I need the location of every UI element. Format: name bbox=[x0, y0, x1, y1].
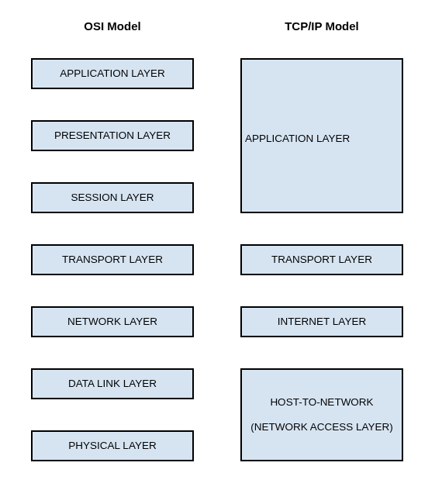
osi-datalink-layer: DATA LINK LAYER bbox=[31, 368, 194, 399]
tcpip-host-line1: HOST-TO-NETWORK bbox=[270, 395, 373, 409]
tcpip-header: TCP/IP Model bbox=[240, 19, 403, 33]
tcpip-host-line2: (NETWORK ACCESS LAYER) bbox=[250, 420, 393, 434]
osi-presentation-layer: PRESENTATION LAYER bbox=[31, 120, 194, 151]
tcpip-application-layer: APPLICATION LAYER bbox=[240, 58, 403, 213]
osi-transport-layer: TRANSPORT LAYER bbox=[31, 244, 194, 275]
osi-session-layer: SESSION LAYER bbox=[31, 182, 194, 213]
osi-application-layer: APPLICATION LAYER bbox=[31, 58, 194, 89]
osi-header: OSI Model bbox=[31, 19, 194, 33]
osi-network-layer: NETWORK LAYER bbox=[31, 306, 194, 337]
tcpip-internet-layer: INTERNET LAYER bbox=[240, 306, 403, 337]
tcpip-host-to-network-layer: HOST-TO-NETWORK (NETWORK ACCESS LAYER) bbox=[240, 368, 403, 461]
osi-physical-layer: PHYSICAL LAYER bbox=[31, 430, 194, 461]
tcpip-transport-layer: TRANSPORT LAYER bbox=[240, 244, 403, 275]
